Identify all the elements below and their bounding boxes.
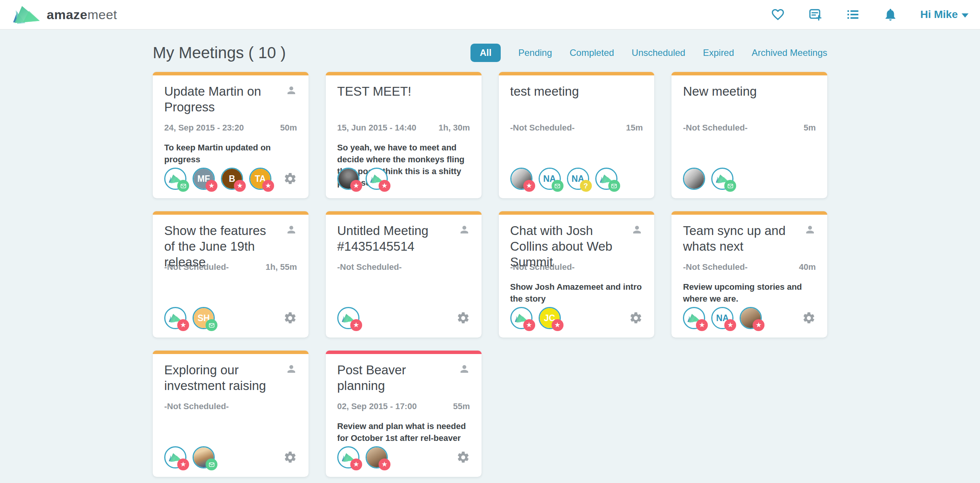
- card-accent-bar: [671, 211, 827, 215]
- participant-avatar[interactable]: ★: [366, 168, 388, 190]
- filter-tab-pending[interactable]: Pending: [518, 47, 552, 58]
- envelope-icon: [554, 183, 561, 189]
- participant-avatar[interactable]: SH: [193, 307, 215, 329]
- chevron-down-icon: [962, 13, 969, 18]
- participant-avatar[interactable]: JC★: [539, 307, 561, 329]
- meeting-card[interactable]: Team sync up and whats next -Not Schedul…: [671, 211, 827, 338]
- participant-avatar[interactable]: ★: [337, 307, 359, 329]
- favorites-heart-icon[interactable]: [770, 7, 786, 22]
- participant-avatar[interactable]: ★: [337, 168, 359, 190]
- facilitator-person-icon: [459, 363, 470, 376]
- participant-avatar[interactable]: ★: [164, 446, 186, 468]
- settings-gear-icon[interactable]: [283, 311, 297, 325]
- brand-logo[interactable]: amazemeet: [11, 4, 117, 25]
- top-bar: amazemeet Hi Mike: [0, 0, 980, 30]
- participant-avatar[interactable]: MF★: [193, 168, 215, 190]
- meeting-title: Untitled Meeting #1435145514: [337, 223, 470, 255]
- participant-avatar[interactable]: TA★: [249, 168, 271, 190]
- settings-gear-icon[interactable]: [802, 311, 816, 325]
- mail-badge: [206, 319, 217, 331]
- meeting-description: Review and plan what is needed for Octob…: [337, 421, 470, 444]
- meeting-title: Update Martin on Progress: [164, 84, 297, 115]
- participant-avatar[interactable]: [193, 446, 215, 468]
- meeting-title: Post Beaver planning: [337, 362, 470, 394]
- participant-avatar[interactable]: [595, 168, 617, 190]
- brand-wordmark: amazemeet: [47, 7, 117, 22]
- participant-avatar[interactable]: [683, 168, 705, 190]
- participant-avatars: ★: [337, 307, 456, 329]
- meeting-duration: 5m: [804, 123, 816, 133]
- star-badge: ★: [234, 180, 246, 192]
- envelope-icon: [208, 322, 215, 329]
- card-accent-bar: [326, 72, 482, 75]
- participant-avatars: ★: [164, 446, 283, 468]
- meeting-title: Team sync up and whats next: [683, 223, 816, 255]
- participant-avatar[interactable]: ★: [510, 168, 532, 190]
- settings-gear-icon[interactable]: [629, 311, 643, 325]
- mail-badge: [552, 180, 564, 192]
- meeting-card[interactable]: Update Martin on Progress 24, Sep 2015 -…: [153, 72, 309, 198]
- meeting-duration: 50m: [280, 123, 297, 133]
- star-badge: ★: [379, 180, 390, 192]
- star-badge: ★: [724, 319, 736, 331]
- meeting-date: -Not Scheduled-: [683, 123, 748, 133]
- participant-avatar[interactable]: [711, 168, 733, 190]
- participant-avatars: ★NA NA?: [510, 168, 643, 190]
- meeting-card[interactable]: Untitled Meeting #1435145514 -Not Schedu…: [326, 211, 482, 338]
- participant-avatar[interactable]: ★: [683, 307, 705, 329]
- meeting-description: Review upcoming stories and where we are…: [683, 281, 816, 305]
- mail-badge: [206, 459, 217, 470]
- participant-avatar[interactable]: NA?: [567, 168, 589, 190]
- card-accent-bar: [499, 72, 655, 75]
- participant-avatar[interactable]: NA: [539, 168, 561, 190]
- meeting-card[interactable]: New meeting -Not Scheduled- 5m: [671, 72, 827, 198]
- meeting-duration: 40m: [799, 262, 816, 272]
- participant-avatar[interactable]: ★: [337, 446, 359, 468]
- star-badge: ★: [523, 180, 535, 192]
- meeting-title: TEST MEET!: [337, 84, 470, 100]
- meeting-card[interactable]: Chat with Josh Collins about Web Summit …: [499, 211, 655, 338]
- participant-avatar[interactable]: ★: [164, 307, 186, 329]
- card-accent-bar: [326, 211, 482, 215]
- envelope-icon: [208, 461, 215, 468]
- participant-avatar[interactable]: ★: [510, 307, 532, 329]
- participant-avatar[interactable]: NA★: [711, 307, 733, 329]
- settings-gear-icon[interactable]: [456, 311, 470, 325]
- meetings-list-icon[interactable]: [845, 7, 861, 22]
- meeting-date: -Not Scheduled-: [683, 262, 748, 272]
- user-menu[interactable]: Hi Mike: [920, 8, 969, 21]
- filter-tab-expired[interactable]: Expired: [703, 47, 734, 58]
- meeting-card[interactable]: test meeting -Not Scheduled- 15m ★NA NA?: [499, 72, 655, 198]
- envelope-icon: [180, 183, 187, 189]
- settings-gear-icon[interactable]: [456, 450, 470, 464]
- participant-avatars: ★★: [337, 446, 456, 468]
- meeting-title: Chat with Josh Collins about Web Summit: [510, 223, 643, 270]
- participant-avatar[interactable]: [164, 168, 186, 190]
- meeting-card[interactable]: Show the features of the June 19th relea…: [153, 211, 309, 338]
- meeting-card[interactable]: Post Beaver planning 02, Sep 2015 - 17:0…: [326, 351, 482, 477]
- filter-tab-all[interactable]: All: [470, 44, 501, 62]
- settings-gear-icon[interactable]: [283, 172, 297, 186]
- star-badge: ★: [350, 180, 362, 192]
- participant-avatars: ★ ★: [337, 168, 470, 190]
- star-badge: ★: [523, 319, 535, 331]
- star-badge: ★: [350, 459, 362, 470]
- meeting-card[interactable]: Exploring our investment raising -Not Sc…: [153, 351, 309, 477]
- meeting-date: -Not Scheduled-: [164, 401, 229, 411]
- page-title: My Meetings ( 10 ): [153, 44, 286, 62]
- participant-avatars: MF★B★TA★: [164, 168, 283, 190]
- envelope-icon: [727, 183, 734, 189]
- filter-tab-unscheduled[interactable]: Unscheduled: [632, 47, 685, 58]
- meeting-card[interactable]: TEST MEET! 15, Jun 2015 - 14:40 1h, 30m …: [326, 72, 482, 198]
- meeting-date: 02, Sep 2015 - 17:00: [337, 401, 417, 411]
- participant-avatar[interactable]: ★: [740, 307, 762, 329]
- notifications-bell-icon[interactable]: [883, 7, 898, 22]
- settings-gear-icon[interactable]: [283, 450, 297, 464]
- greeting-text: Hi Mike: [920, 8, 958, 21]
- filter-tab-completed[interactable]: Completed: [570, 47, 614, 58]
- participant-avatar[interactable]: ★: [366, 446, 388, 468]
- new-meeting-icon[interactable]: [808, 7, 823, 22]
- filter-tab-archived-meetings[interactable]: Archived Meetings: [752, 47, 827, 58]
- amazemeet-logo-icon: [11, 4, 41, 25]
- participant-avatar[interactable]: B★: [221, 168, 243, 190]
